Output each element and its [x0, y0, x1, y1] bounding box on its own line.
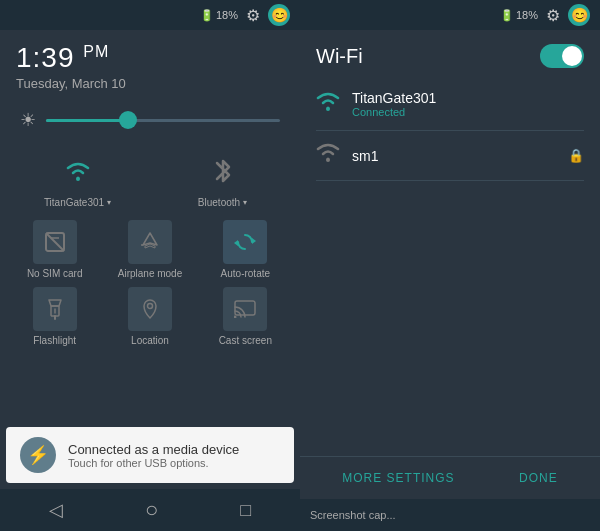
svg-point-13 [234, 316, 237, 319]
flashlight-label: Flashlight [33, 335, 76, 346]
wifi-ssid-1: TitanGate301 [352, 90, 436, 106]
usb-icon: ⚡ [20, 437, 56, 473]
no-sim-label: No SIM card [27, 268, 83, 279]
svg-point-11 [147, 304, 152, 309]
back-button[interactable]: ◁ [49, 499, 63, 521]
svg-point-0 [76, 177, 80, 181]
wifi-toggle[interactable] [540, 44, 584, 68]
cast-label: Cast screen [219, 335, 272, 346]
brightness-track[interactable] [46, 119, 280, 122]
cast-icon [223, 287, 267, 331]
svg-marker-6 [234, 240, 238, 246]
notif-title: Connected as a media device [68, 442, 239, 457]
left-panel: 🔋 18% ⚙ 😊 1:39 PM Tuesday, March 10 ☀ [0, 0, 300, 531]
location-tile[interactable]: Location [105, 287, 194, 346]
wifi-title: Wi-Fi [316, 45, 363, 68]
screenshot-text-right: Screenshot cap... [310, 509, 396, 521]
user-avatar-icon: 😊 [271, 7, 288, 23]
toggle-thumb [562, 46, 582, 66]
done-button[interactable]: DONE [519, 471, 558, 485]
svg-line-2 [46, 233, 64, 251]
notification-area: ⚡ Connected as a media device Touch for … [0, 421, 300, 531]
airplane-icon [128, 220, 172, 264]
wifi-tile-label: TitanGate301 ▾ [44, 197, 111, 208]
battery-indicator-left: 🔋 18% [200, 9, 238, 22]
wifi-network-list: TitanGate301 Connected sm1 🔒 [300, 78, 600, 267]
wifi-spacer [300, 267, 600, 456]
bt-tile-label: Bluetooth ▾ [198, 197, 247, 208]
brightness-icon: ☀ [20, 109, 36, 131]
notif-text: Connected as a media device Touch for ot… [68, 442, 239, 469]
no-sim-tile[interactable]: No SIM card [10, 220, 99, 279]
settings-icon-left[interactable]: ⚙ [246, 6, 260, 25]
location-icon [128, 287, 172, 331]
svg-point-15 [326, 158, 330, 162]
battery-icon-right: 🔋 [500, 9, 514, 22]
flashlight-tile[interactable]: Flashlight [10, 287, 99, 346]
wifi-network-info-1: TitanGate301 Connected [352, 90, 436, 118]
brightness-thumb[interactable] [119, 111, 137, 129]
brightness-slider-area[interactable]: ☀ [0, 99, 300, 141]
flashlight-icon [33, 287, 77, 331]
more-settings-button[interactable]: MORE SETTINGS [342, 471, 454, 485]
time-display: 1:39 PM [16, 42, 284, 74]
settings-icon-right[interactable]: ⚙ [546, 6, 560, 25]
time-area: 1:39 PM Tuesday, March 10 [0, 30, 300, 99]
date-display: Tuesday, March 10 [16, 76, 284, 91]
location-label: Location [131, 335, 169, 346]
wifi-network-info-2: sm1 [352, 148, 378, 164]
wifi-network-sm1[interactable]: sm1 🔒 [316, 131, 584, 181]
lock-icon-2: 🔒 [568, 148, 584, 163]
battery-indicator-right: 🔋 18% [500, 9, 538, 22]
battery-icon-left: 🔋 [200, 9, 214, 22]
svg-marker-5 [252, 238, 256, 244]
time-ampm: PM [83, 43, 109, 60]
battery-percent-left: 18% [216, 9, 238, 21]
airplane-label: Airplane mode [118, 268, 182, 279]
svg-marker-8 [49, 300, 61, 306]
bluetooth-icon [201, 149, 245, 193]
airplane-tile[interactable]: Airplane mode [105, 220, 194, 279]
no-sim-icon [33, 220, 77, 264]
wifi-signal-icon-1 [316, 92, 340, 117]
battery-percent-right: 18% [516, 9, 538, 21]
status-bar-right: 🔋 18% ⚙ 😊 [300, 0, 600, 30]
svg-point-14 [326, 107, 330, 111]
user-avatar-left[interactable]: 😊 [268, 4, 290, 26]
wifi-status-1: Connected [352, 106, 436, 118]
brightness-fill [46, 119, 128, 122]
user-avatar-right[interactable]: 😊 [568, 4, 590, 26]
status-bar-left: 🔋 18% ⚙ 😊 [0, 0, 300, 30]
right-panel: 🔋 18% ⚙ 😊 Wi-Fi TitanGat [300, 0, 600, 531]
notif-subtitle: Touch for other USB options. [68, 457, 239, 469]
wifi-network-titangate[interactable]: TitanGate301 Connected [316, 78, 584, 131]
wifi-bottom-bar: MORE SETTINGS DONE [300, 456, 600, 499]
nav-bar: ◁ ○ □ [0, 489, 300, 531]
screenshot-strip-right: Screenshot cap... [300, 499, 600, 531]
quick-tiles-row-1: TitanGate301 ▾ Bluetooth ▾ [0, 141, 300, 216]
bt-dropdown-arrow: ▾ [243, 198, 247, 207]
quick-tiles-row-2: No SIM card Airplane mode A [0, 216, 300, 283]
bluetooth-tile[interactable]: Bluetooth ▾ [155, 149, 290, 208]
time-value: 1:39 [16, 42, 75, 73]
quick-tiles-row-3: Flashlight Location Cast screen [0, 283, 300, 350]
recents-button[interactable]: □ [240, 500, 251, 521]
home-button[interactable]: ○ [145, 497, 158, 523]
auto-rotate-icon [223, 220, 267, 264]
wifi-tile[interactable]: TitanGate301 ▾ [10, 149, 145, 208]
cast-screen-tile[interactable]: Cast screen [201, 287, 290, 346]
usb-notification[interactable]: ⚡ Connected as a media device Touch for … [6, 427, 294, 483]
wifi-icon [56, 149, 100, 193]
wifi-signal-icon-2 [316, 143, 340, 168]
auto-rotate-tile[interactable]: Auto-rotate [201, 220, 290, 279]
wifi-ssid-2: sm1 [352, 148, 378, 164]
auto-rotate-label: Auto-rotate [221, 268, 270, 279]
user-avatar-icon-right: 😊 [571, 7, 588, 23]
wifi-header: Wi-Fi [300, 30, 600, 78]
wifi-dropdown-arrow: ▾ [107, 198, 111, 207]
